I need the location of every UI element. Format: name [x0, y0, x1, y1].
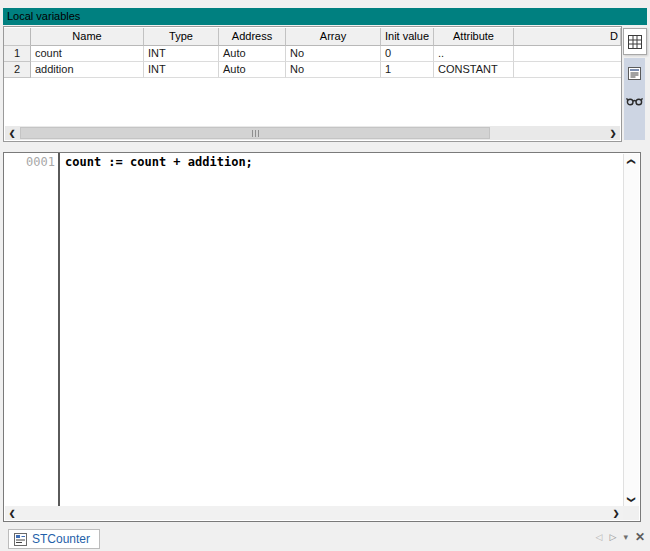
line-number-gutter: 0001	[4, 153, 60, 506]
scroll-left-button[interactable]: ❮	[5, 126, 19, 140]
scrollbar-thumb[interactable]	[20, 127, 490, 139]
watch-view-button[interactable]	[626, 92, 644, 110]
header-array[interactable]: Array	[286, 28, 381, 46]
variables-table: Name Type Address Array Init value Attri…	[4, 28, 621, 78]
header-address[interactable]: Address	[219, 28, 286, 46]
report-icon	[627, 66, 642, 81]
tab-label: STCounter	[32, 532, 90, 546]
clipped-cell[interactable]	[514, 62, 621, 78]
table-row: 2 addition INT Auto No 1 CONSTANT	[4, 62, 621, 78]
row-number-cell[interactable]: 2	[4, 62, 31, 78]
line-number: 0001	[4, 153, 58, 170]
init-value-cell[interactable]: 0	[381, 46, 434, 62]
attribute-cell[interactable]: ..	[434, 46, 514, 62]
scrollbar-corner	[623, 506, 639, 520]
code-editor[interactable]: 0001 count := count + addition;	[4, 153, 623, 506]
init-value-cell[interactable]: 1	[381, 62, 434, 78]
header-clipped[interactable]: D	[514, 28, 621, 46]
name-cell[interactable]: addition	[31, 62, 144, 78]
scroll-left-button[interactable]: ❮	[5, 506, 19, 520]
code-area[interactable]: count := count + addition;	[62, 153, 623, 506]
tab-close-icon[interactable]: ✕	[635, 530, 645, 544]
type-cell[interactable]: INT	[144, 62, 219, 78]
table-grid-icon	[627, 34, 643, 50]
editor-horizontal-scrollbar[interactable]: ❮ ❯	[5, 506, 623, 520]
scrollbar-grip	[252, 130, 259, 137]
table-horizontal-scrollbar[interactable]: ❮ ❯	[5, 126, 620, 140]
attribute-cell[interactable]: CONSTANT	[434, 62, 514, 78]
header-row-number	[4, 28, 31, 46]
scroll-down-button[interactable]: ❯	[624, 492, 638, 506]
editor-vertical-scrollbar[interactable]: ❮ ❯	[623, 154, 639, 506]
code-line[interactable]: count := count + addition;	[62, 153, 623, 170]
array-cell[interactable]: No	[286, 46, 381, 62]
header-init-value[interactable]: Init value	[381, 28, 434, 46]
tab-list-dropdown-icon[interactable]: ▾	[623, 532, 628, 542]
tab-scroll-forward-icon[interactable]: ▷	[609, 532, 616, 542]
st-editor-panel: 0001 count := count + addition; ❮ ❯ ❮ ❯	[3, 152, 641, 522]
report-view-button[interactable]	[626, 64, 644, 82]
panel-title: Local variables	[3, 8, 647, 25]
header-attribute[interactable]: Attribute	[434, 28, 514, 46]
clipped-cell[interactable]	[514, 46, 621, 62]
type-cell[interactable]: INT	[144, 46, 219, 62]
table-header-row: Name Type Address Array Init value Attri…	[4, 28, 621, 46]
table-row: 1 count INT Auto No 0 ..	[4, 46, 621, 62]
name-cell[interactable]: count	[31, 46, 144, 62]
glasses-icon	[626, 95, 643, 107]
scroll-right-button[interactable]: ❯	[606, 126, 620, 140]
header-name[interactable]: Name	[31, 28, 144, 46]
scroll-up-button[interactable]: ❮	[624, 154, 638, 168]
array-cell[interactable]: No	[286, 62, 381, 78]
address-cell[interactable]: Auto	[219, 46, 286, 62]
row-number-cell[interactable]: 1	[4, 46, 31, 62]
scroll-right-button[interactable]: ❯	[609, 506, 623, 520]
tab-navigation: ◁ ▷ ▾ ✕	[596, 530, 645, 544]
document-tab-bar: STCounter ◁ ▷ ▾ ✕	[0, 527, 650, 551]
side-toolbar	[623, 28, 647, 140]
tab-stcounter[interactable]: STCounter	[8, 529, 100, 549]
variable-table-grid-button[interactable]	[623, 28, 647, 55]
address-cell[interactable]: Auto	[219, 62, 286, 78]
st-program-icon	[14, 533, 27, 546]
local-variables-panel: Name Type Address Array Init value Attri…	[3, 26, 622, 142]
header-type[interactable]: Type	[144, 28, 219, 46]
tab-scroll-back-icon[interactable]: ◁	[596, 532, 603, 542]
side-toolbar-strip	[624, 58, 645, 140]
